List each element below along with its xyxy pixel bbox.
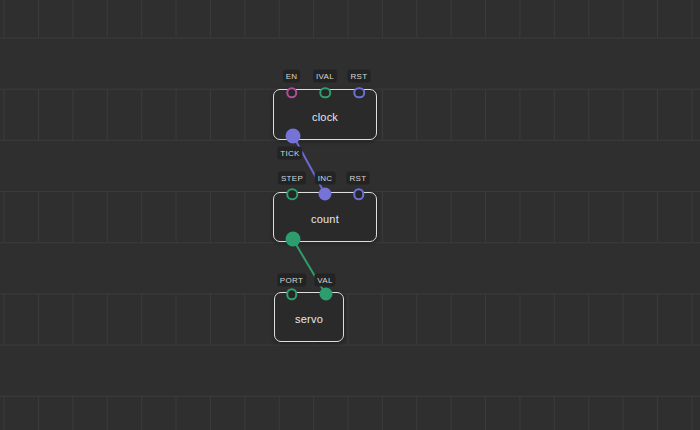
- link-clock-tick-to-count-inc[interactable]: [293, 136, 325, 195]
- pin-label-servo-port: PORT: [277, 274, 306, 287]
- pin-label-clock-en: EN: [283, 70, 301, 83]
- pin-clock-rst[interactable]: [353, 87, 365, 99]
- pin-count-step[interactable]: [286, 188, 298, 200]
- pin-servo-port[interactable]: [286, 288, 298, 300]
- pin-label-count-rst: RST: [347, 172, 370, 185]
- pin-label-clock-rst: RST: [348, 70, 371, 83]
- node-count-title: count: [311, 213, 339, 225]
- pin-count-out[interactable]: [285, 231, 300, 246]
- node-clock-title: clock: [312, 111, 338, 123]
- pin-servo-val[interactable]: [319, 288, 332, 301]
- node-servo-title: servo: [295, 313, 323, 325]
- pin-clock-ival[interactable]: [319, 87, 331, 99]
- pin-label-count-step: STEP: [278, 172, 306, 185]
- pin-count-rst[interactable]: [353, 188, 365, 200]
- node-servo[interactable]: servo: [274, 292, 344, 342]
- pin-clock-en[interactable]: [286, 87, 298, 99]
- pin-label-count-inc: INC: [315, 172, 336, 185]
- pin-label-clock-tick: TICK: [277, 147, 302, 160]
- pin-label-clock-ival: IVAL: [313, 70, 337, 83]
- pin-clock-tick[interactable]: [286, 128, 301, 143]
- pin-label-servo-val: VAL: [314, 274, 335, 287]
- patch-editor-canvas[interactable]: clock count servo EN IVAL RST TICK STEP …: [0, 0, 700, 430]
- pin-count-inc[interactable]: [319, 188, 332, 201]
